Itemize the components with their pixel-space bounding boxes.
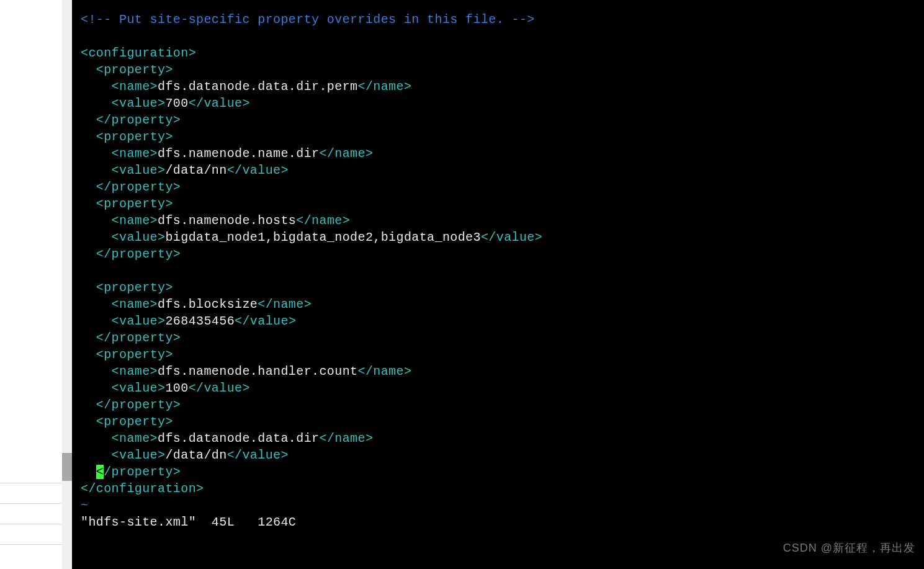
- prop-value-3: 268435456: [165, 314, 235, 328]
- value-open-tag: <value>: [112, 448, 166, 462]
- property-close-tag: </property>: [96, 113, 181, 127]
- status-line: "hdfs-site.xml" 45L 1264C: [81, 515, 296, 529]
- prop-name-2: dfs.namenode.hosts: [158, 213, 296, 228]
- prop-value-1: /data/nn: [165, 163, 227, 177]
- property-open-tag: <property>: [96, 347, 173, 362]
- prop-name-4: dfs.namenode.handler.count: [158, 364, 357, 379]
- property-close-rest: /property>: [104, 465, 181, 479]
- property-open-tag: <property>: [96, 280, 173, 295]
- watermark: CSDN @新征程，再出发: [783, 540, 915, 555]
- configuration-open-tag: <configuration>: [81, 46, 196, 60]
- property-open-tag: <property>: [96, 130, 173, 144]
- value-close-tag: </value>: [189, 96, 250, 110]
- property-open-tag: <property>: [96, 414, 173, 429]
- name-close-tag: </name>: [296, 213, 350, 228]
- prop-name-0: dfs.datanode.data.dir.perm: [158, 79, 357, 94]
- value-open-tag: <value>: [112, 96, 166, 110]
- name-close-tag: </name>: [319, 146, 373, 161]
- name-open-tag: <name>: [112, 146, 158, 161]
- cursor: <: [96, 465, 104, 479]
- scrollbar-track[interactable]: [62, 0, 72, 569]
- name-open-tag: <name>: [112, 364, 158, 379]
- prop-name-3: dfs.blocksize: [158, 297, 258, 311]
- value-close-tag: </value>: [235, 314, 296, 328]
- value-open-tag: <value>: [112, 314, 166, 328]
- scrollbar-thumb[interactable]: [62, 453, 72, 481]
- prop-value-0: 700: [165, 96, 188, 110]
- prop-value-5: /data/dn: [165, 448, 227, 462]
- property-close-tag: </property>: [96, 180, 181, 194]
- name-close-tag: </name>: [357, 79, 411, 94]
- property-close-tag: </property>: [96, 398, 181, 412]
- name-open-tag: <name>: [112, 297, 158, 311]
- name-open-tag: <name>: [112, 79, 158, 94]
- property-open-tag: <property>: [96, 63, 173, 77]
- left-ruled-lines: [0, 463, 62, 550]
- terminal-editor[interactable]: <!-- Put site-specific property override…: [72, 0, 924, 569]
- value-open-tag: <value>: [112, 163, 166, 177]
- tilde-line: ~: [81, 498, 88, 513]
- value-open-tag: <value>: [112, 381, 166, 395]
- name-close-tag: </name>: [357, 364, 411, 379]
- prop-name-5: dfs.datanode.data.dir: [158, 431, 319, 446]
- property-open-tag: <property>: [96, 197, 173, 211]
- property-close-tag: </property>: [96, 331, 181, 345]
- prop-value-4: 100: [165, 381, 188, 395]
- configuration-close-tag: </configuration>: [81, 482, 204, 496]
- name-open-tag: <name>: [112, 213, 158, 228]
- name-close-tag: </name>: [258, 297, 312, 311]
- name-close-tag: </name>: [319, 431, 373, 446]
- value-open-tag: <value>: [112, 230, 166, 244]
- name-open-tag: <name>: [112, 431, 158, 446]
- value-close-tag: </value>: [227, 163, 289, 177]
- property-close-tag: </property>: [96, 247, 181, 261]
- prop-value-2: bigdata_node1,bigdata_node2,bigdata_node…: [165, 230, 480, 244]
- value-close-tag: </value>: [227, 448, 289, 462]
- prop-name-1: dfs.namenode.name.dir: [158, 146, 319, 161]
- value-close-tag: </value>: [189, 381, 250, 395]
- value-close-tag: </value>: [481, 230, 542, 244]
- xml-comment: <!-- Put site-specific property override…: [81, 12, 535, 27]
